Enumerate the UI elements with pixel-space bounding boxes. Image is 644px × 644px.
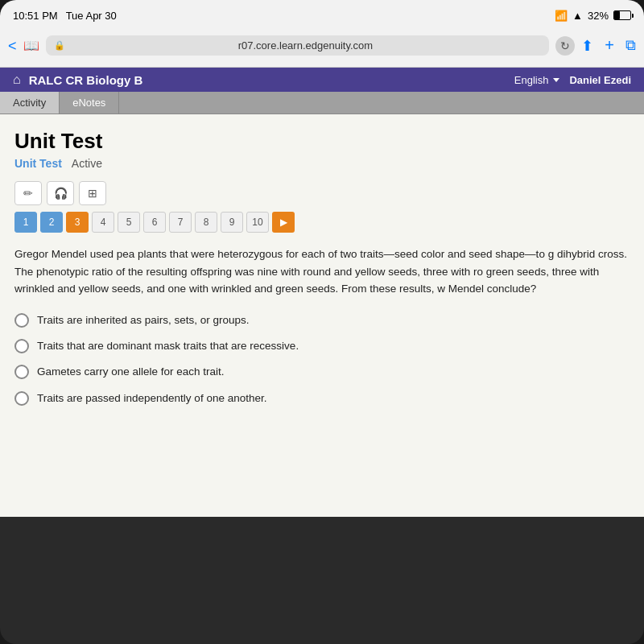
url-text: r07.core.learn.edgenuity.com (70, 39, 542, 52)
browser-actions: ⬆ + ⧉ (581, 36, 636, 55)
answer-choice-1[interactable]: Traits are inherited as pairs, sets, or … (14, 312, 630, 328)
answer-choice-2[interactable]: Traits that are dominant mask traits tha… (14, 338, 630, 354)
pencil-button[interactable]: ✏ (14, 181, 42, 205)
next-question-button[interactable]: ▶ (272, 212, 295, 233)
radio-1[interactable] (14, 313, 29, 328)
back-button[interactable]: < (8, 39, 17, 53)
app-title: RALC CR Biology B (29, 73, 143, 87)
q-num-1[interactable]: 1 (14, 212, 37, 233)
browser-nav-row: < 📖 🔒 r07.core.learn.edgenuity.com ↻ ⬆ +… (8, 35, 636, 56)
bookmarks-icon[interactable]: 📖 (23, 38, 39, 53)
answer-choice-4[interactable]: Traits are passed independently of one a… (14, 390, 630, 407)
pencil-icon: ✏ (23, 187, 33, 200)
question-nav: 1 2 3 4 5 6 7 8 9 (14, 212, 630, 233)
status-bar-right: 📶 ▲ 32% (555, 10, 631, 22)
tab-enotes[interactable]: eNotes (60, 92, 119, 114)
subtitle-row: Unit Test Active (14, 157, 630, 170)
q-num-9[interactable]: 9 (221, 212, 243, 233)
q-num-6[interactable]: 6 (143, 212, 166, 233)
q-num-4[interactable]: 4 (92, 212, 114, 233)
headphone-icon: 🎧 (54, 187, 68, 200)
app-header: ⌂ RALC CR Biology B English Daniel Ezedi (0, 68, 644, 92)
time: 10:51 PM (13, 10, 58, 22)
status-bar: 10:51 PM Tue Apr 30 📶 ▲ 32% (0, 0, 644, 31)
q-num-2[interactable]: 2 (40, 212, 63, 233)
status-bar-left: 10:51 PM Tue Apr 30 (13, 10, 117, 22)
date: Tue Apr 30 (66, 10, 117, 22)
tab-activity[interactable]: Activity (0, 92, 60, 114)
q-num-8[interactable]: 8 (195, 212, 217, 233)
grid-button[interactable]: ⊞ (79, 181, 106, 205)
answer-choice-3[interactable]: Gametes carry one allele for each trait. (14, 364, 630, 380)
q-num-7[interactable]: 7 (169, 212, 192, 233)
lock-icon: 🔒 (54, 40, 65, 51)
q-num-10[interactable]: 10 (246, 212, 269, 233)
radio-3[interactable] (14, 365, 29, 379)
headphone-button[interactable]: 🎧 (47, 181, 74, 205)
choice-text-3: Gametes carry one allele for each trait. (37, 364, 225, 380)
choice-text-4: Traits are passed independently of one a… (37, 390, 266, 407)
wifi-icon: 📶 (555, 10, 568, 22)
reload-button[interactable]: ↻ (555, 36, 575, 56)
toolbar: ✏ 🎧 ⊞ (14, 181, 630, 205)
question-text: Gregor Mendel used pea plants that were … (14, 246, 630, 298)
new-tab-button[interactable]: + (605, 36, 614, 55)
app-header-left: ⌂ RALC CR Biology B (13, 72, 142, 87)
page-title: Unit Test (14, 129, 630, 154)
app-header-right: English Daniel Ezedi (514, 74, 631, 86)
tablet-frame: 10:51 PM Tue Apr 30 📶 ▲ 32% < 📖 🔒 r07.co… (0, 0, 644, 644)
play-icon: ▶ (280, 217, 287, 228)
user-name: Daniel Ezedi (569, 74, 631, 86)
battery-icon (613, 10, 631, 20)
choice-text-1: Traits are inherited as pairs, sets, or … (37, 312, 250, 328)
share-button[interactable]: ⬆ (581, 37, 593, 55)
choice-text-2: Traits that are dominant mask traits tha… (37, 338, 299, 354)
grid-icon: ⊞ (88, 187, 97, 200)
battery-pct: 32% (588, 10, 609, 22)
active-badge: Active (72, 157, 102, 170)
subtitle-link[interactable]: Unit Test (14, 157, 62, 170)
signal-icon: ▲ (572, 10, 583, 22)
radio-4[interactable] (14, 391, 29, 406)
browser-chrome: < 📖 🔒 r07.core.learn.edgenuity.com ↻ ⬆ +… (0, 31, 644, 68)
url-bar[interactable]: 🔒 r07.core.learn.edgenuity.com (46, 35, 550, 56)
chevron-down-icon (553, 78, 559, 82)
language-selector[interactable]: English (514, 74, 560, 86)
home-icon[interactable]: ⌂ (13, 72, 21, 87)
radio-2[interactable] (14, 339, 29, 353)
main-content: Unit Test Unit Test Active ✏ 🎧 ⊞ 1 2 (0, 114, 644, 517)
tabs-button[interactable]: ⧉ (625, 37, 636, 54)
q-num-5[interactable]: 5 (118, 212, 140, 233)
q-num-3[interactable]: 3 (66, 212, 89, 233)
tab-bar: Activity eNotes (0, 92, 644, 114)
